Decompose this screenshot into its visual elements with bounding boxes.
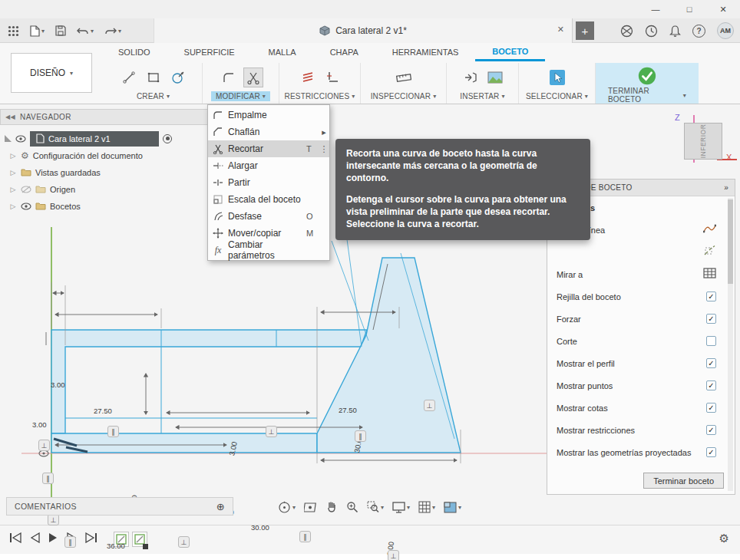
restricciones-dropdown[interactable]: RESTRICCIONES▾ bbox=[279, 91, 359, 101]
constraint-icon[interactable]: ∥ bbox=[42, 473, 54, 484]
insert-image-icon[interactable] bbox=[485, 68, 505, 87]
scrollbar[interactable] bbox=[728, 198, 733, 491]
look-at-icon[interactable] bbox=[703, 268, 716, 278]
eye-icon[interactable] bbox=[21, 203, 31, 210]
help-icon[interactable]: ? bbox=[692, 25, 705, 38]
dimension-label[interactable]: 3.00 bbox=[32, 420, 47, 429]
construction-line-icon[interactable] bbox=[703, 245, 716, 256]
menu-item-desfase[interactable]: Desfase O bbox=[208, 208, 329, 225]
inspeccionar-dropdown[interactable]: INSPECCIONAR▾ bbox=[366, 91, 441, 101]
go-to-start-button[interactable] bbox=[9, 532, 21, 543]
measure-icon[interactable] bbox=[394, 68, 414, 87]
palette-row-look-at[interactable]: Mirar a bbox=[547, 263, 735, 285]
collapse-panel-icon[interactable]: ◀◀ bbox=[5, 114, 15, 120]
undo-button[interactable]: ▾ bbox=[75, 25, 95, 38]
dimension-label[interactable]: 27.50 bbox=[94, 407, 112, 415]
fillet-icon[interactable] bbox=[219, 68, 239, 87]
timeline-gear-icon[interactable]: ⚙ bbox=[719, 532, 729, 545]
nav-item-origen[interactable]: ▷ Origen bbox=[9, 181, 75, 197]
dimension-label[interactable]: 27.50 bbox=[339, 406, 357, 414]
checkbox[interactable]: ✓ bbox=[706, 425, 716, 435]
tab-malla[interactable]: MALLA bbox=[252, 43, 313, 61]
tab-solido[interactable]: SOLIDO bbox=[101, 43, 167, 61]
create-rectangle-icon[interactable] bbox=[144, 68, 164, 87]
expand-arrow-icon[interactable]: ▷ bbox=[9, 203, 17, 210]
checkbox[interactable]: ✓ bbox=[706, 447, 716, 457]
nav-item-configuracion[interactable]: ▷ ⚙ Configuración del documento bbox=[9, 147, 143, 163]
play-button[interactable] bbox=[48, 532, 58, 543]
constraint-icon[interactable]: ∥ bbox=[355, 430, 366, 442]
grid-settings-icon[interactable]: ▾ bbox=[417, 499, 437, 515]
viewports-icon[interactable]: ▾ bbox=[442, 500, 463, 515]
constraint-icon[interactable]: ∥ bbox=[107, 426, 119, 437]
constraint-icon[interactable]: ⊥ bbox=[38, 440, 50, 451]
dimension-label[interactable]: 36.00 bbox=[107, 542, 125, 550]
select-cursor-icon[interactable] bbox=[547, 68, 567, 87]
extensions-icon[interactable] bbox=[620, 25, 633, 38]
checkbox[interactable]: ✓ bbox=[706, 380, 716, 390]
zoom-window-icon[interactable]: ▾ bbox=[365, 499, 385, 515]
maximize-button[interactable]: □ bbox=[672, 0, 706, 18]
tab-herramientas[interactable]: HERRAMIENTAS bbox=[375, 43, 476, 61]
go-to-end-button[interactable] bbox=[85, 532, 97, 543]
dimension-label[interactable]: 3.00 bbox=[51, 380, 65, 389]
document-tab[interactable]: Cara lateral 2 v1* ✕ bbox=[154, 18, 573, 43]
app-grid-icon[interactable] bbox=[6, 24, 21, 38]
timeline-sketch-feature[interactable] bbox=[132, 532, 147, 547]
trim-scissors-icon[interactable] bbox=[243, 68, 263, 87]
comments-bar[interactable]: COMENTARIOS ⊕ bbox=[6, 497, 233, 516]
display-settings-icon[interactable]: ▾ bbox=[391, 500, 411, 515]
nav-item-vistas-guardadas[interactable]: ▷ Vistas guardadas bbox=[9, 164, 101, 180]
look-at-icon[interactable] bbox=[302, 500, 319, 515]
create-line-icon[interactable] bbox=[119, 68, 139, 87]
crear-dropdown[interactable]: CREAR▾ bbox=[132, 91, 174, 101]
checkbox[interactable] bbox=[706, 336, 716, 346]
menu-item-alargar[interactable]: Alargar bbox=[208, 157, 329, 174]
checkbox[interactable]: ✓ bbox=[706, 292, 716, 301]
menu-item-cambiar-parametros[interactable]: fx Cambiar parámetros bbox=[208, 242, 329, 259]
viewcube-face-label[interactable]: INFERIOR bbox=[699, 124, 707, 159]
dimension-label[interactable]: 30.00 bbox=[251, 523, 269, 532]
constraints-icon[interactable] bbox=[322, 68, 342, 87]
scrollbar-thumb[interactable] bbox=[728, 199, 733, 284]
redo-button[interactable]: ▾ bbox=[103, 25, 123, 38]
constraint-icon[interactable]: ∥ bbox=[299, 531, 311, 542]
avatar[interactable]: AM bbox=[717, 22, 734, 39]
eye-icon[interactable] bbox=[15, 135, 26, 143]
minimize-button[interactable]: — bbox=[639, 0, 672, 18]
insertar-dropdown[interactable]: INSERTAR▾ bbox=[455, 91, 509, 101]
tab-superficie[interactable]: SUPERFICIE bbox=[167, 43, 252, 61]
overflow-menu-icon[interactable]: ⋮ bbox=[319, 144, 329, 154]
save-button[interactable] bbox=[54, 24, 68, 38]
collapse-panel-icon[interactable]: » bbox=[724, 183, 728, 192]
checkbox[interactable]: ✓ bbox=[706, 403, 716, 413]
sketch-dimension-icon[interactable] bbox=[298, 68, 318, 87]
notifications-icon[interactable] bbox=[669, 25, 681, 38]
finish-sketch-button[interactable]: Terminar boceto bbox=[643, 473, 724, 489]
navigator-root-item[interactable]: Cara lateral 2 v1 bbox=[5, 130, 172, 147]
expand-arrow-icon[interactable]: ▷ bbox=[9, 169, 17, 176]
tab-boceto[interactable]: BOCETO bbox=[475, 43, 545, 61]
orbit-icon[interactable]: ▾ bbox=[276, 499, 297, 516]
constraint-icon[interactable]: ⊥ bbox=[178, 536, 190, 548]
menu-item-empalme[interactable]: Empalme bbox=[208, 107, 329, 124]
expand-arrow-icon[interactable]: ▷ bbox=[9, 152, 17, 160]
eye-off-icon[interactable] bbox=[21, 186, 31, 193]
checkbox[interactable]: ✓ bbox=[706, 314, 716, 324]
constraint-icon[interactable]: ⊥ bbox=[424, 400, 435, 411]
file-menu-button[interactable]: ▾ bbox=[28, 24, 46, 38]
menu-item-chaflan[interactable]: Chaflán ▸ bbox=[208, 124, 329, 140]
tab-chapa[interactable]: CHAPA bbox=[313, 43, 375, 61]
add-comment-icon[interactable]: ⊕ bbox=[216, 501, 225, 512]
menu-item-escala[interactable]: Escala del boceto bbox=[208, 191, 329, 208]
close-tab-button[interactable]: ✕ bbox=[557, 25, 564, 35]
finish-sketch-check-icon[interactable] bbox=[637, 66, 657, 86]
active-component[interactable]: Cara lateral 2 v1 bbox=[30, 131, 159, 147]
constraint-icon[interactable]: ⊥ bbox=[388, 550, 399, 560]
menu-item-partir[interactable]: Partir bbox=[208, 174, 329, 191]
insert-dxf-icon[interactable] bbox=[461, 68, 481, 87]
viewcube[interactable]: INFERIOR bbox=[684, 123, 722, 160]
zoom-icon[interactable] bbox=[345, 499, 360, 515]
workspace-selector[interactable]: DISEÑO ▾ bbox=[11, 53, 92, 93]
palette-row-construction[interactable] bbox=[547, 241, 735, 263]
